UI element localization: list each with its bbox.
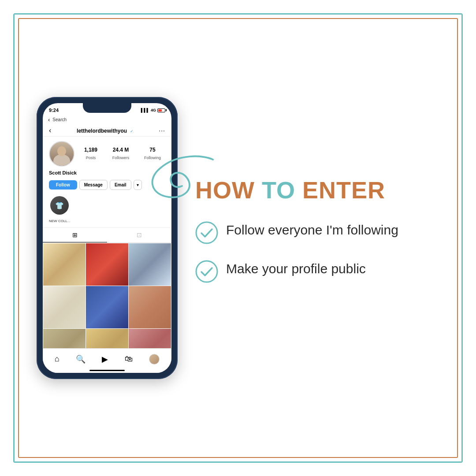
followers-stat: 24.4 M Followers xyxy=(112,147,130,161)
profile-name: Scott Disick xyxy=(43,169,171,178)
right-side: HOW TO ENTER Follow everyone I'm followi… xyxy=(178,177,439,298)
photo-cell-3 xyxy=(129,243,171,286)
following-count: 75 xyxy=(144,147,161,153)
username-area: letthelordbewithyou ✓ xyxy=(77,126,133,134)
reels-nav-icon[interactable]: ▶ xyxy=(102,354,108,364)
battery-icon xyxy=(157,108,165,112)
heading-word-enter: ENTER xyxy=(302,177,385,203)
search-label: Search xyxy=(52,117,67,122)
outer-container: 9:24 ▌▌▌ 4G ‹ Search ‹ xyxy=(13,13,463,463)
phone-frame: 9:24 ▌▌▌ 4G ‹ Search ‹ xyxy=(37,97,178,379)
heading-word-to: TO xyxy=(262,177,295,203)
status-time: 9:24 xyxy=(49,108,59,113)
posts-count: 1,189 xyxy=(84,147,97,153)
posts-stat: 1,189 Posts xyxy=(84,147,97,161)
heading-word-how: HOW xyxy=(195,177,255,203)
highlight-item[interactable]: 👕 NEW COLL... xyxy=(49,196,70,224)
search-nav-icon[interactable]: 🔍 xyxy=(76,354,86,364)
heading: HOW TO ENTER xyxy=(195,177,439,203)
home-nav-icon[interactable]: ⌂ xyxy=(55,354,60,364)
verified-badge-icon: ✓ xyxy=(130,129,134,134)
profile-info: 1,189 Posts 24.4 M Followers 75 Followin… xyxy=(43,137,171,169)
network-type: 4G xyxy=(151,108,156,112)
back-arrow-icon[interactable]: ‹ xyxy=(48,116,50,123)
posts-label: Posts xyxy=(86,156,96,160)
avatar-head xyxy=(57,146,66,156)
svg-point-0 xyxy=(196,222,217,243)
following-label: Following xyxy=(144,156,161,160)
svg-point-1 xyxy=(196,261,217,282)
photo-cell-2 xyxy=(86,243,128,286)
stats-row: 1,189 Posts 24.4 M Followers 75 Followin… xyxy=(80,147,165,161)
avatar-image xyxy=(50,142,74,166)
profile-username: letthelordbewithyou xyxy=(77,128,127,134)
photo-cell-1 xyxy=(43,243,86,286)
instruction-item-2: Make your profile public xyxy=(195,260,439,283)
search-header: ‹ Search xyxy=(43,115,171,125)
instruction-item-1: Follow everyone I'm following xyxy=(195,221,439,244)
photo-cell-6 xyxy=(129,286,171,328)
highlight-circle: 👕 xyxy=(50,196,69,215)
back-icon[interactable]: ‹ xyxy=(49,126,51,134)
instruction-2-text: Make your profile public xyxy=(226,260,366,277)
check-icon-1 xyxy=(195,221,218,244)
action-buttons: Follow Message Email ▾ xyxy=(43,178,171,193)
highlights-section: 👕 NEW COLL... xyxy=(43,193,171,228)
instruction-1-text: Follow everyone I'm following xyxy=(226,221,398,238)
signal-bars: ▌▌▌ xyxy=(141,108,149,112)
home-gesture-bar xyxy=(89,370,125,371)
chevron-down-icon[interactable]: ▾ xyxy=(134,180,142,190)
photo-cell-4 xyxy=(43,286,86,328)
phone-screen: 9:24 ▌▌▌ 4G ‹ Search ‹ xyxy=(43,103,171,373)
status-icons: ▌▌▌ 4G xyxy=(141,108,165,112)
message-button[interactable]: Message xyxy=(79,180,108,190)
highlight-label: NEW COLL... xyxy=(49,219,70,223)
highlight-image: 👕 xyxy=(55,201,64,210)
phone-notch xyxy=(83,103,131,113)
more-options-icon[interactable]: ··· xyxy=(159,127,165,134)
grid-tabs: ⊞ ⊡ xyxy=(43,228,171,243)
email-button[interactable]: Email xyxy=(110,180,131,190)
followers-label: Followers xyxy=(112,156,130,160)
photo-cell-5 xyxy=(86,286,128,328)
phone-side: 9:24 ▌▌▌ 4G ‹ Search ‹ xyxy=(37,97,178,379)
bottom-nav: ⌂ 🔍 ▶ 🛍 xyxy=(43,348,171,373)
follow-button[interactable]: Follow xyxy=(49,180,77,190)
battery-fill xyxy=(158,109,162,112)
grid-tab[interactable]: ⊞ xyxy=(43,231,107,242)
followers-count: 24.4 M xyxy=(112,147,130,153)
tagged-tab[interactable]: ⊡ xyxy=(107,231,171,242)
profile-header: ‹ letthelordbewithyou ✓ ··· xyxy=(43,125,171,137)
check-icon-2 xyxy=(195,260,218,283)
profile-nav-avatar[interactable] xyxy=(149,354,160,364)
following-stat: 75 Following xyxy=(144,147,161,161)
shop-nav-icon[interactable]: 🛍 xyxy=(125,354,133,364)
avatar xyxy=(49,141,74,167)
